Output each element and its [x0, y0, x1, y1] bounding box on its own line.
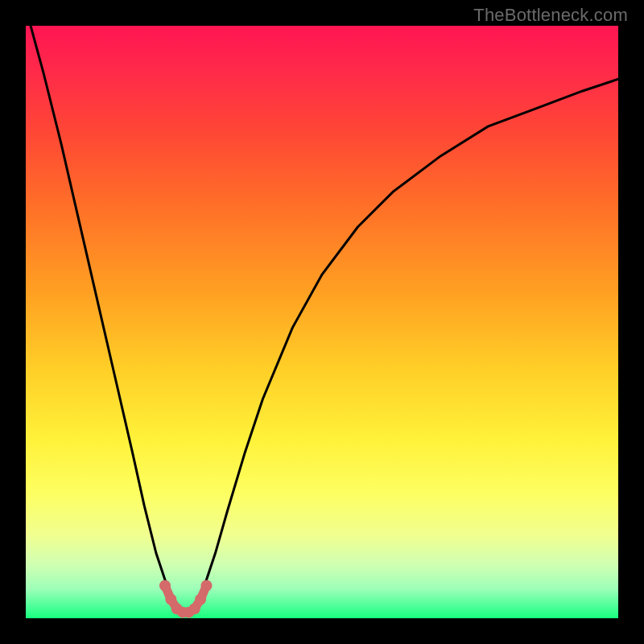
valley-marker-dot	[195, 593, 206, 605]
curve-left	[26, 8, 180, 613]
line-left-branch	[26, 8, 180, 613]
chart-frame: TheBottleneck.com	[0, 0, 644, 644]
valley-marker-dot	[165, 593, 176, 605]
valley-marker-dot	[189, 603, 200, 614]
plot-area	[26, 26, 618, 618]
line-right-branch	[192, 79, 618, 612]
valley-marker-dot	[159, 580, 171, 592]
valley-marker-dot	[200, 580, 212, 592]
chart-svg	[26, 26, 618, 618]
curve-right	[192, 79, 618, 612]
valley-marker	[159, 580, 213, 618]
watermark-text: TheBottleneck.com	[473, 5, 628, 26]
